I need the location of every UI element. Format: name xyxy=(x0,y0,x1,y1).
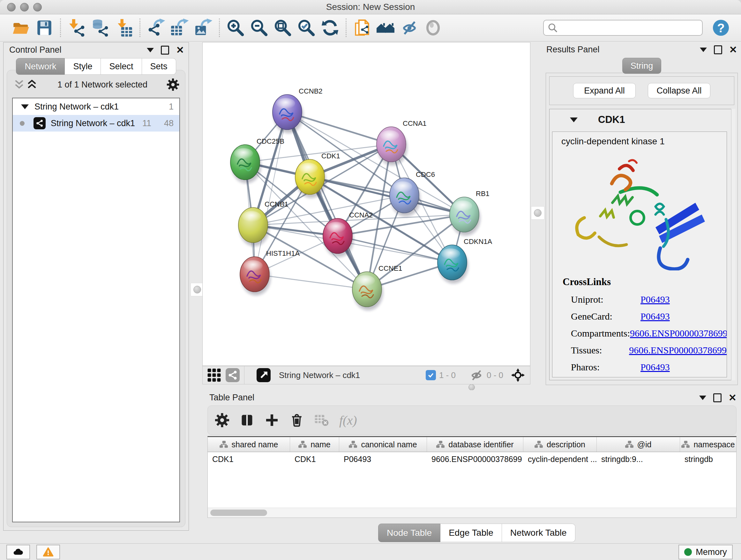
table-panel-menu-icon[interactable] xyxy=(699,395,706,400)
hide-selected-button[interactable] xyxy=(398,16,421,39)
tab-edge-table[interactable]: Edge Table xyxy=(441,523,502,542)
control-panel-tabs: Network Style Select Sets xyxy=(3,58,189,75)
zoom-fit-button[interactable] xyxy=(271,16,294,39)
status-bar: Memory xyxy=(0,543,741,560)
houses-icon xyxy=(377,18,395,37)
network-node-count: 11 xyxy=(142,118,151,128)
main-toolbar: ? xyxy=(0,14,741,42)
table-cell: stringdb:9... xyxy=(597,452,680,466)
results-panel-menu-icon[interactable] xyxy=(700,48,707,52)
crosslink-link[interactable]: P06493 xyxy=(641,308,670,325)
table-cell: cyclin-dependent ... xyxy=(523,452,597,466)
node-label-cdk1: CDK1 xyxy=(321,152,340,160)
crosslink-link[interactable]: 9606.ENSP00000378699 xyxy=(630,325,727,341)
crosslink-link[interactable]: 9606.ENSP00000378699 xyxy=(629,341,727,359)
zoom-in-button[interactable] xyxy=(224,16,247,39)
network-collection-row[interactable]: String Network – cdk1 1 xyxy=(13,98,179,115)
results-panel-float-icon[interactable] xyxy=(714,45,722,54)
refresh-view-button[interactable] xyxy=(318,16,342,39)
network-edge[interactable] xyxy=(287,112,367,289)
network-canvas[interactable]: CCNB2CCNA1CDC25BCDK1CDC6RB1CCNB1CCNA2CDK… xyxy=(202,42,530,366)
collapse-all-icon[interactable] xyxy=(13,79,25,90)
open-session-button[interactable] xyxy=(9,16,32,39)
control-panel-close-icon[interactable]: ✕ xyxy=(176,47,184,54)
houses-button[interactable] xyxy=(374,16,398,39)
toolbar-separator xyxy=(219,18,220,37)
scrollbar-thumb[interactable] xyxy=(210,509,267,516)
tab-network-table[interactable]: Network Table xyxy=(502,523,576,542)
column-header[interactable]: namespace xyxy=(680,437,736,452)
grid-view-icon[interactable] xyxy=(207,368,221,382)
birds-eye-view-icon[interactable] xyxy=(257,368,271,382)
horizontal-divider-grip[interactable] xyxy=(465,384,479,391)
tab-select[interactable]: Select xyxy=(101,58,142,75)
table-horizontal-scrollbar[interactable] xyxy=(208,508,736,517)
export-image-icon xyxy=(194,18,212,37)
toolbar-separator xyxy=(60,18,61,37)
column-header[interactable]: canonical name xyxy=(339,437,427,452)
network-edge[interactable] xyxy=(338,236,452,262)
network-row[interactable]: String Network – cdk1 11 48 xyxy=(13,115,179,132)
expand-all-button[interactable]: Expand All xyxy=(573,83,636,98)
table-options-gear-icon[interactable] xyxy=(215,413,229,428)
tab-sets[interactable]: Sets xyxy=(142,58,176,75)
zoom-fit-icon xyxy=(273,18,292,37)
network-selection-status: 1 of 1 Network selected xyxy=(38,80,166,90)
column-header[interactable]: database identifier xyxy=(427,437,523,452)
network-graph[interactable] xyxy=(203,43,530,366)
delete-column-trash-icon[interactable] xyxy=(289,413,304,428)
network-tree: String Network – cdk1 1 String Network –… xyxy=(12,98,180,522)
control-panel-menu-icon[interactable] xyxy=(147,48,154,52)
search-input[interactable] xyxy=(543,20,703,36)
export-network-button[interactable] xyxy=(144,16,168,39)
crosslink-row: Uniprot: P06493 xyxy=(562,291,727,308)
selected-nodes-checkbox[interactable] xyxy=(426,370,436,380)
column-header[interactable]: @id xyxy=(597,437,680,452)
table-panel-float-icon[interactable] xyxy=(713,393,722,402)
tab-network[interactable]: Network xyxy=(16,58,65,75)
results-scrollbar[interactable] xyxy=(731,109,736,380)
import-network-icon xyxy=(67,18,86,37)
column-header[interactable]: description xyxy=(523,437,597,452)
help-button[interactable]: ? xyxy=(712,19,730,37)
table-panel-close-icon[interactable]: ✕ xyxy=(729,394,737,401)
expand-all-icon[interactable] xyxy=(25,79,38,90)
column-header[interactable]: shared name xyxy=(208,437,290,452)
add-column-icon[interactable] xyxy=(265,413,279,428)
crosslink-link[interactable]: P06493 xyxy=(641,359,670,375)
zoom-selected-button[interactable] xyxy=(294,16,318,39)
import-network-database-button[interactable] xyxy=(88,16,112,39)
zoom-out-button[interactable] xyxy=(247,16,271,39)
left-divider-grip[interactable] xyxy=(191,283,204,296)
import-table-file-button[interactable] xyxy=(112,16,136,39)
network-view-icon[interactable] xyxy=(226,368,240,382)
import-network-file-button[interactable] xyxy=(65,16,88,39)
show-columns-icon[interactable] xyxy=(240,413,254,428)
hidden-items-eye-slash-icon[interactable] xyxy=(469,368,483,382)
cloud-status-button[interactable] xyxy=(6,545,30,559)
control-panel-float-icon[interactable] xyxy=(161,46,169,55)
tab-node-table[interactable]: Node Table xyxy=(378,523,441,542)
right-divider-grip[interactable] xyxy=(531,206,544,220)
network-options-gear-icon[interactable] xyxy=(166,78,179,91)
collection-expand-icon[interactable] xyxy=(21,105,29,109)
results-panel-close-icon[interactable]: ✕ xyxy=(729,46,737,53)
save-session-button[interactable] xyxy=(32,16,56,39)
section-collapse-icon[interactable] xyxy=(570,118,578,122)
collapse-all-button[interactable]: Collapse All xyxy=(648,83,711,98)
export-image-button[interactable] xyxy=(192,16,215,39)
crosshair-icon[interactable] xyxy=(511,368,525,382)
tab-string[interactable]: String xyxy=(622,58,661,74)
column-header[interactable]: name xyxy=(290,437,339,452)
memory-button[interactable]: Memory xyxy=(678,545,733,559)
network-type-icon xyxy=(33,117,46,129)
node-label-ccnb2: CCNB2 xyxy=(299,87,323,96)
network-edge[interactable] xyxy=(255,274,367,289)
crosslink-link[interactable]: P06493 xyxy=(641,291,670,308)
warnings-button[interactable] xyxy=(37,545,60,559)
table-cell: stringdb xyxy=(680,452,736,466)
tab-style[interactable]: Style xyxy=(65,58,101,75)
export-table-button[interactable] xyxy=(168,16,192,39)
table-row[interactable]: CDK1 CDK1 P06493 9606.ENSP00000378699 cy… xyxy=(208,452,736,466)
network-from-selection-button[interactable] xyxy=(350,16,374,39)
